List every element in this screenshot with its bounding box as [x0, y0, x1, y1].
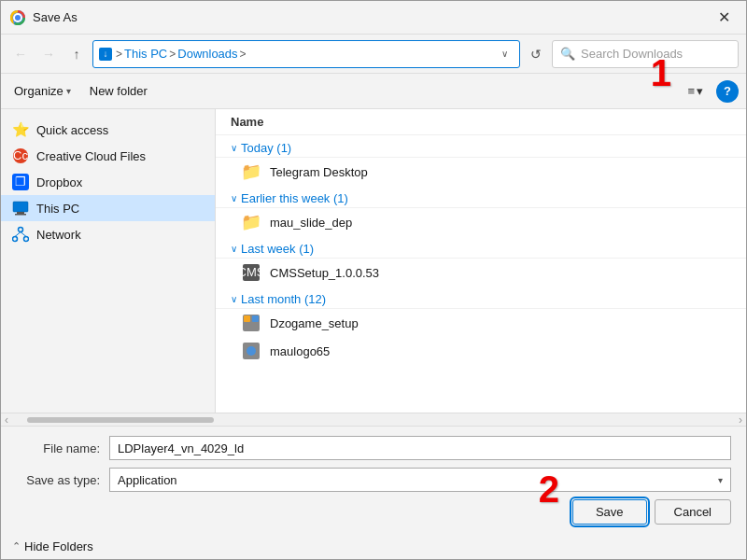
app-icon-cms: CMS	[242, 263, 261, 282]
file-name-dzogame: Dzogame_setup	[270, 316, 359, 330]
network-icon	[12, 226, 29, 243]
svg-text:CMS: CMS	[243, 265, 260, 279]
group-lastmonth-chevron: ∨	[231, 294, 237, 304]
sidebar-label-this-pc: This PC	[36, 202, 79, 216]
folder-icon-telegram: 📁	[242, 162, 261, 181]
file-item-dzogame[interactable]: Dzogame_setup	[216, 309, 746, 337]
view-button[interactable]: ≡ ▾	[682, 81, 709, 101]
breadcrumb-sep-2: >	[240, 48, 247, 61]
new-folder-button[interactable]: New folder	[84, 81, 153, 101]
svg-point-10	[19, 228, 23, 232]
svg-line-13	[15, 232, 21, 237]
file-name-mau: mau_slide_dep	[270, 216, 352, 230]
search-placeholder: Search Downloads	[581, 47, 683, 61]
group-lastweek-chevron: ∨	[231, 244, 237, 254]
hide-folders-button[interactable]: ⌃ Hide Folders	[1, 534, 746, 559]
hide-folders-chevron: ⌃	[12, 540, 21, 553]
savetype-dropdown-icon: ▾	[718, 475, 723, 485]
svg-rect-9	[15, 214, 26, 216]
folder-icon-mau: 📁	[242, 213, 261, 231]
sidebar-item-dropbox[interactable]: ❐ Dropbox	[1, 169, 215, 195]
group-earlier-chevron: ∨	[231, 193, 237, 203]
bottom-section: File name: Save as type: Application ▾ S…	[1, 426, 746, 534]
address-dropdown-button[interactable]: ∨	[495, 49, 514, 59]
sidebar-label-dropbox: Dropbox	[36, 175, 82, 189]
svg-rect-7	[13, 202, 28, 212]
title-bar: Save As ✕	[1, 1, 746, 35]
scroll-thumb[interactable]	[27, 417, 214, 423]
main-content: ⭐ Quick access Cc Creative Cloud Files ❐…	[1, 109, 746, 413]
svg-text:Cc: Cc	[13, 148, 28, 162]
svg-rect-18	[244, 315, 250, 322]
group-lastweek-label: Last week (1)	[241, 242, 314, 256]
view-arrow: ▾	[697, 84, 703, 98]
svg-point-11	[13, 237, 18, 242]
savetype-label: Save as type:	[16, 473, 109, 487]
file-name-cms: CMSSetup_1.0.0.53	[270, 266, 379, 280]
address-bar-wrapper: ↓ > This PC > Downloads > ∨ ↺	[92, 40, 548, 68]
cancel-button[interactable]: Cancel	[655, 499, 731, 525]
breadcrumb-thispc[interactable]: This PC	[124, 47, 167, 61]
new-folder-label: New folder	[90, 84, 148, 98]
savetype-select[interactable]: Application ▾	[109, 468, 731, 492]
address-bar[interactable]: ↓ > This PC > Downloads > ∨	[92, 40, 520, 68]
close-button[interactable]: ✕	[711, 5, 737, 31]
group-earlier-label: Earlier this week (1)	[241, 191, 348, 205]
location-icon: ↓	[99, 48, 112, 61]
file-item-cms[interactable]: CMS CMSSetup_1.0.0.53	[216, 259, 746, 287]
group-lastmonth-label: Last month (12)	[241, 292, 326, 306]
svg-point-21	[247, 346, 256, 356]
help-button[interactable]: ?	[716, 80, 739, 103]
filename-input[interactable]	[109, 436, 731, 460]
file-name-maulogo: maulogo65	[270, 344, 330, 358]
save-button[interactable]: Save	[572, 499, 647, 525]
creative-cloud-icon: Cc	[12, 147, 29, 164]
file-item-telegram[interactable]: 📁 Telegram Desktop	[216, 158, 746, 186]
quick-access-icon: ⭐	[12, 121, 29, 138]
this-pc-icon	[12, 200, 29, 217]
forward-button[interactable]: →	[36, 42, 61, 66]
up-button[interactable]: ↑	[64, 42, 89, 66]
sidebar-label-quick-access: Quick access	[36, 123, 108, 137]
group-today[interactable]: ∨ Today (1)	[216, 135, 746, 158]
sidebar-item-creative-cloud[interactable]: Cc Creative Cloud Files	[1, 143, 215, 169]
organize-dropdown-icon: ▾	[66, 86, 71, 96]
file-item-maulogo[interactable]: maulogo65	[216, 337, 746, 365]
savetype-value: Application	[118, 473, 177, 487]
sidebar-item-this-pc[interactable]: This PC	[1, 195, 215, 221]
group-lastmonth[interactable]: ∨ Last month (12)	[216, 287, 746, 309]
svg-line-14	[21, 232, 26, 237]
scroll-right-arrow[interactable]: ›	[739, 413, 742, 427]
file-name-telegram: Telegram Desktop	[270, 165, 368, 179]
organize-label: Organize	[14, 84, 63, 98]
title-bar-left: Save As	[10, 10, 78, 25]
filename-label: File name:	[16, 441, 109, 455]
scroll-left-arrow[interactable]: ‹	[5, 413, 8, 427]
view-icon: ≡	[687, 84, 695, 98]
svg-point-2	[15, 15, 21, 21]
file-list-header: Name	[216, 109, 746, 135]
group-lastweek[interactable]: ∨ Last week (1)	[216, 236, 746, 259]
breadcrumb: > This PC > Downloads >	[116, 47, 491, 61]
breadcrumb-downloads[interactable]: Downloads	[177, 47, 237, 61]
app-icon	[10, 10, 25, 25]
refresh-button[interactable]: ↺	[524, 42, 548, 66]
sidebar-label-network: Network	[36, 228, 81, 242]
file-item-mau[interactable]: 📁 mau_slide_dep	[216, 208, 746, 236]
organize-button[interactable]: Organize ▾	[8, 81, 77, 101]
breadcrumb-sep-0: >	[116, 48, 122, 61]
back-button[interactable]: ←	[8, 42, 33, 66]
sidebar-item-network[interactable]: Network	[1, 221, 215, 247]
app-icon-dzogame	[242, 314, 261, 332]
dialog-title: Save As	[33, 10, 78, 24]
dropbox-icon: ❐	[12, 174, 29, 190]
search-box[interactable]: 🔍 Search Downloads	[552, 40, 739, 68]
sidebar-item-quick-access[interactable]: ⭐ Quick access	[1, 117, 215, 143]
group-earlier[interactable]: ∨ Earlier this week (1)	[216, 186, 746, 208]
svg-rect-19	[252, 315, 259, 322]
svg-text:❐: ❐	[15, 175, 26, 189]
breadcrumb-sep-1: >	[169, 48, 176, 61]
horizontal-scrollbar[interactable]: ‹ ›	[1, 413, 746, 426]
toolbar: Organize ▾ New folder ≡ ▾ ?	[1, 74, 746, 109]
hide-folders-label: Hide Folders	[24, 539, 93, 553]
